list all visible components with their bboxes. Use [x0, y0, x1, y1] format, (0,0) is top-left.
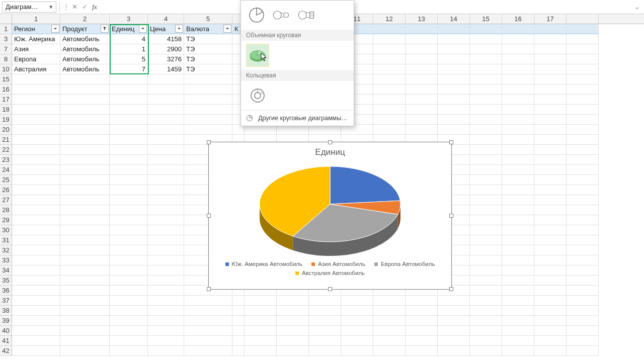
cell[interactable]	[12, 195, 60, 205]
cell[interactable]	[110, 135, 148, 145]
cell[interactable]: Автомобиль	[60, 44, 110, 54]
cell[interactable]	[406, 316, 438, 326]
cell[interactable]	[406, 306, 438, 316]
confirm-formula-button[interactable]: ✓	[79, 2, 90, 12]
cell[interactable]	[60, 336, 110, 346]
cell[interactable]	[110, 326, 148, 336]
cell[interactable]	[534, 155, 567, 165]
cell[interactable]	[470, 296, 502, 306]
cell[interactable]: 3276	[148, 54, 184, 64]
cell[interactable]	[438, 105, 470, 115]
row-header[interactable]: 35	[0, 276, 12, 286]
cell[interactable]	[110, 225, 148, 235]
cell[interactable]	[110, 125, 148, 135]
cell[interactable]	[470, 326, 502, 336]
cell[interactable]	[406, 115, 438, 125]
cell[interactable]	[184, 326, 232, 336]
cell[interactable]	[184, 105, 232, 115]
cell[interactable]	[184, 115, 232, 125]
cell[interactable]	[373, 326, 406, 336]
cell[interactable]	[502, 84, 534, 95]
resize-handle[interactable]	[449, 140, 453, 144]
cell[interactable]	[110, 336, 148, 346]
cell[interactable]	[470, 306, 502, 316]
cell[interactable]	[567, 64, 599, 74]
cell[interactable]	[277, 316, 309, 326]
cell[interactable]	[438, 316, 470, 326]
cell[interactable]	[470, 95, 502, 105]
cell[interactable]	[502, 155, 534, 165]
cell[interactable]	[110, 195, 148, 205]
cell[interactable]	[148, 195, 184, 205]
cell[interactable]	[406, 54, 438, 64]
cell[interactable]	[341, 296, 373, 306]
cell[interactable]	[502, 125, 534, 135]
cell[interactable]	[438, 24, 470, 34]
cell[interactable]	[110, 316, 148, 326]
cell[interactable]	[534, 316, 567, 326]
cell[interactable]	[567, 235, 599, 245]
cell[interactable]	[470, 64, 502, 74]
cell[interactable]	[373, 306, 406, 316]
cell[interactable]	[110, 84, 148, 95]
formula-input[interactable]	[103, 2, 632, 13]
doughnut-option[interactable]	[246, 84, 269, 107]
cell[interactable]	[567, 265, 599, 276]
row-header[interactable]: 29	[0, 215, 12, 225]
cell[interactable]	[148, 105, 184, 115]
cell[interactable]	[406, 346, 438, 356]
cell[interactable]	[110, 145, 148, 155]
chart-plot-area[interactable]	[209, 161, 451, 257]
cell[interactable]	[110, 105, 148, 115]
cell[interactable]	[470, 185, 502, 195]
cell[interactable]	[438, 115, 470, 125]
row-header[interactable]: 42	[0, 346, 12, 356]
cell[interactable]: Австралия	[12, 64, 60, 74]
cell[interactable]	[12, 135, 60, 145]
cell[interactable]	[184, 95, 232, 105]
cell[interactable]	[148, 225, 184, 235]
select-all-cell[interactable]	[0, 14, 12, 24]
cell[interactable]	[110, 245, 148, 255]
cell[interactable]: Валюта	[184, 24, 232, 34]
cell[interactable]	[502, 225, 534, 235]
cell[interactable]	[60, 125, 110, 135]
cell[interactable]	[438, 44, 470, 54]
chart-title[interactable]: Единиц	[209, 147, 451, 157]
cell[interactable]	[567, 34, 599, 44]
row-header[interactable]: 27	[0, 195, 12, 205]
cell[interactable]	[60, 165, 110, 175]
cell[interactable]	[148, 316, 184, 326]
embedded-chart[interactable]: Единиц Юж. Америка АвтомобильАзия Автомо…	[208, 142, 452, 290]
cell[interactable]: Азия	[12, 44, 60, 54]
cell[interactable]	[184, 125, 232, 135]
cell[interactable]	[148, 145, 184, 155]
cell[interactable]	[406, 64, 438, 74]
column-header[interactable]: 12	[373, 14, 406, 24]
cell[interactable]: 4158	[148, 34, 184, 44]
row-header[interactable]: 15	[0, 74, 12, 84]
row-header[interactable]: 31	[0, 235, 12, 245]
cell[interactable]	[148, 296, 184, 306]
cell[interactable]	[148, 125, 184, 135]
cell[interactable]	[470, 265, 502, 276]
cell[interactable]	[534, 165, 567, 175]
cell[interactable]	[567, 306, 599, 316]
row-header[interactable]: 16	[0, 84, 12, 95]
cell[interactable]: Продукт	[60, 24, 110, 34]
cell[interactable]: 1459	[148, 64, 184, 74]
cell[interactable]	[502, 235, 534, 245]
cell[interactable]	[567, 215, 599, 225]
cell[interactable]	[567, 255, 599, 265]
cell[interactable]	[470, 346, 502, 356]
row-header[interactable]: 40	[0, 326, 12, 336]
cell[interactable]	[502, 115, 534, 125]
cell[interactable]	[60, 235, 110, 245]
cell[interactable]	[148, 336, 184, 346]
cell[interactable]	[567, 84, 599, 95]
cell[interactable]	[470, 44, 502, 54]
cell[interactable]	[245, 125, 277, 135]
cell[interactable]	[232, 306, 245, 316]
cell[interactable]	[470, 255, 502, 265]
cell[interactable]	[148, 255, 184, 265]
